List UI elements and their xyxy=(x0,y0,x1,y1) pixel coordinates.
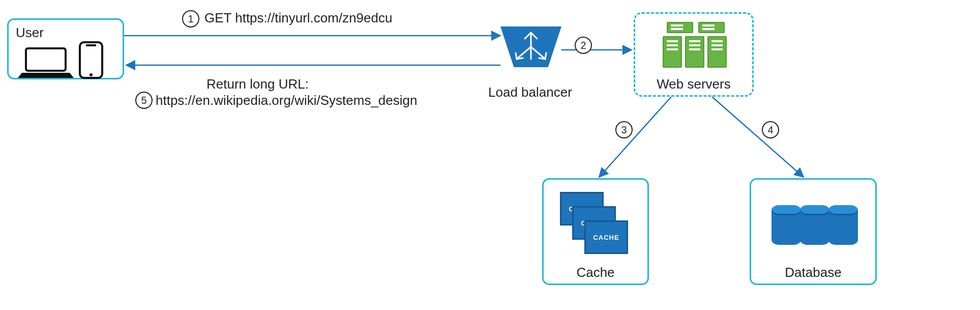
db-cyl-3 xyxy=(828,205,858,245)
load-balancer-icon xyxy=(500,26,561,67)
step-2-num: 2 xyxy=(580,40,586,51)
diagram-canvas: 1 2 3 4 5 GET https://tinyurl.com/zn9edc… xyxy=(0,0,980,310)
web-servers-title: Web servers xyxy=(635,76,752,92)
step-4-num: 4 xyxy=(767,124,773,135)
database-node: Database xyxy=(750,178,877,285)
user-node: User xyxy=(7,18,124,79)
step-1-badge: 1 xyxy=(182,10,199,27)
load-balancer-label: Load balancer xyxy=(488,84,572,100)
step-3-badge: 3 xyxy=(615,121,633,138)
db-cyl-1 xyxy=(771,205,801,245)
database-title: Database xyxy=(751,265,875,280)
cache-title: Cache xyxy=(544,265,647,280)
step-2-badge: 2 xyxy=(575,37,592,54)
cache-tile-3-label: CACHE xyxy=(593,234,619,241)
load-balancer-node xyxy=(500,26,561,72)
step-1-num: 1 xyxy=(188,13,193,24)
arrow-step-4 xyxy=(712,97,804,177)
step-4-badge: 4 xyxy=(762,121,779,138)
web-servers-node: Web servers xyxy=(634,12,754,97)
svg-rect-1 xyxy=(80,42,102,78)
step-5-label-bottom: https://en.wikipedia.org/wiki/Systems_de… xyxy=(156,93,417,108)
arrow-step-3 xyxy=(599,97,671,177)
step-3-num: 3 xyxy=(621,124,627,135)
step-1-label: GET https://tinyurl.com/zn9edcu xyxy=(204,10,392,26)
cache-node: CACHE CACHE CACHE Cache xyxy=(542,178,649,285)
step-5-badge: 5 xyxy=(135,92,153,109)
step-5-label-top: Return long URL: xyxy=(206,76,309,92)
servers-icon xyxy=(660,22,731,73)
db-cyl-2 xyxy=(800,205,829,245)
step-5-num: 5 xyxy=(141,95,146,106)
cache-tile-3: CACHE xyxy=(584,220,628,254)
svg-point-2 xyxy=(90,73,93,76)
svg-rect-0 xyxy=(26,48,66,71)
user-devices-icon xyxy=(9,20,126,81)
